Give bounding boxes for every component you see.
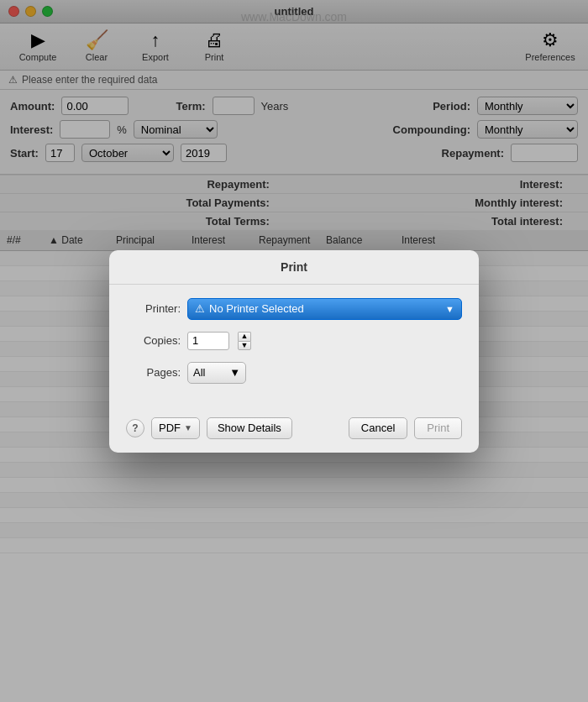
chevron-down-icon: ▼ bbox=[445, 304, 454, 314]
pages-chevron-icon: ▼ bbox=[229, 366, 240, 379]
copies-label: Copies: bbox=[126, 334, 181, 347]
print-dialog: Print Printer: ⚠ No Printer Selected ▼ C… bbox=[109, 250, 479, 453]
cancel-button[interactable]: Cancel bbox=[349, 417, 407, 439]
print-dialog-title: Print bbox=[109, 250, 479, 285]
warning-triangle-icon: ⚠ bbox=[195, 302, 205, 315]
printer-select-text: ⚠ No Printer Selected bbox=[195, 302, 304, 315]
pdf-dropdown-icon: ▼ bbox=[184, 423, 192, 432]
printer-label: Printer: bbox=[126, 302, 181, 315]
pages-row: Pages: All ▼ bbox=[126, 362, 462, 384]
print-submit-button[interactable]: Print bbox=[414, 417, 462, 439]
copies-row: Copies: ▲ ▼ bbox=[126, 332, 462, 350]
stepper-down[interactable]: ▼ bbox=[238, 341, 251, 350]
pages-label: Pages: bbox=[126, 366, 181, 379]
print-dialog-overlay: Print Printer: ⚠ No Printer Selected ▼ C… bbox=[0, 0, 588, 702]
pdf-label: PDF bbox=[159, 422, 181, 434]
copies-stepper[interactable]: ▲ ▼ bbox=[238, 332, 251, 350]
printer-select[interactable]: ⚠ No Printer Selected ▼ bbox=[187, 298, 462, 320]
pages-value: All bbox=[193, 366, 205, 379]
print-dialog-actions: ? PDF ▼ Show Details Cancel Print bbox=[109, 409, 479, 453]
show-details-button[interactable]: Show Details bbox=[207, 417, 292, 439]
printer-row: Printer: ⚠ No Printer Selected ▼ bbox=[126, 298, 462, 320]
copies-input[interactable] bbox=[187, 332, 229, 350]
help-button[interactable]: ? bbox=[126, 419, 144, 437]
stepper-up[interactable]: ▲ bbox=[238, 332, 251, 341]
pages-select[interactable]: All ▼ bbox=[187, 362, 246, 384]
pdf-button[interactable]: PDF ▼ bbox=[151, 417, 200, 439]
print-dialog-body: Printer: ⚠ No Printer Selected ▼ Copies:… bbox=[109, 285, 479, 409]
